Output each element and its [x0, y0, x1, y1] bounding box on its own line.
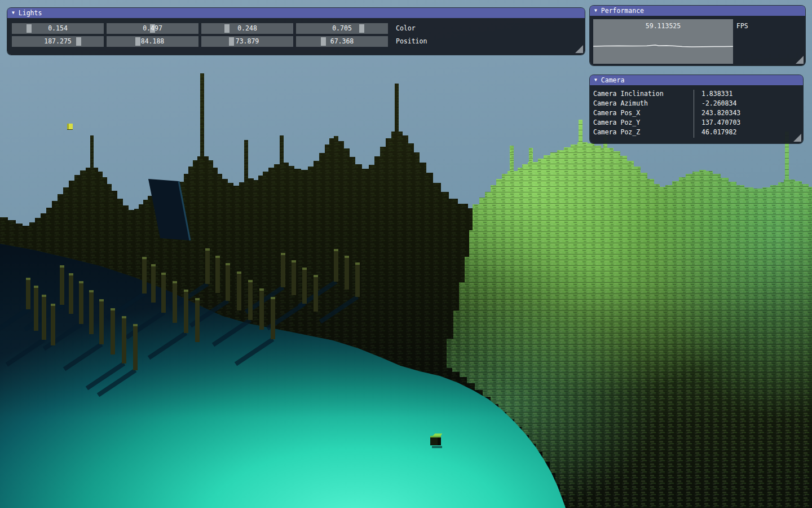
camera-titlebar[interactable]: ▼ Camera — [590, 75, 803, 85]
light-color-slider-a[interactable]: 0.705 — [296, 23, 388, 34]
performance-panel: ▼ Performance 59.113525 FPS — [590, 6, 805, 65]
resize-handle[interactable] — [793, 134, 801, 142]
camera-row-pos-x: Camera Pos_X 243.820343 — [593, 108, 798, 117]
camera-title: Camera — [601, 75, 625, 85]
slider-value: 0.705 — [296, 23, 388, 34]
light-color-slider-g[interactable]: 0.497 — [107, 23, 198, 34]
color-slider-row: 0.154 0.497 0.248 0.705 Color — [12, 23, 427, 34]
fps-value: 59.113525 — [593, 22, 733, 30]
fps-graph[interactable]: 59.113525 — [593, 19, 733, 64]
camera-row-value: 137.470703 — [694, 119, 740, 126]
camera-row-label: Camera Poz_Z — [593, 128, 694, 136]
camera-row-value: 1.838331 — [694, 90, 732, 98]
collapse-icon[interactable]: ▼ — [12, 8, 15, 18]
color-row-label: Color — [396, 23, 416, 34]
light-color-slider-r[interactable]: 0.154 — [12, 23, 104, 34]
camera-row-label: Camera Poz_Y — [593, 119, 694, 126]
performance-title: Performance — [601, 6, 644, 16]
lights-sliders: 0.154 0.497 0.248 0.705 Color — [12, 23, 427, 49]
fps-label: FPS — [736, 22, 748, 30]
camera-row-pos-y: Camera Poz_Y 137.470703 — [593, 117, 798, 127]
light-position-slider-z[interactable]: 73.879 — [201, 36, 293, 47]
light-color-slider-b[interactable]: 0.248 — [201, 23, 293, 34]
camera-row-azimuth: Camera Azimuth -2.260834 — [593, 98, 798, 108]
lights-title: Lights — [19, 8, 42, 18]
slider-value: 0.154 — [12, 23, 104, 34]
collapse-icon[interactable]: ▼ — [594, 75, 597, 85]
camera-row-pos-z: Camera Poz_Z 46.017982 — [593, 127, 798, 137]
resize-handle[interactable] — [796, 56, 804, 64]
position-row-label: Position — [396, 36, 427, 47]
slider-value: 187.275 — [12, 36, 104, 47]
light-gizmo-cube[interactable] — [67, 124, 73, 130]
camera-row-label: Camera Azimuth — [593, 99, 694, 107]
camera-row-value: 243.820343 — [694, 109, 740, 117]
lights-panel: ▼ Lights 0.154 0.497 0.248 0.7 — [7, 8, 585, 55]
slider-value: 0.248 — [201, 23, 293, 34]
light-position-slider-w[interactable]: 67.368 — [296, 36, 388, 47]
resize-handle[interactable] — [575, 45, 583, 53]
camera-rows: Camera Inclination 1.838331 Camera Azimu… — [593, 89, 798, 137]
voxel-renderer-app: ▼ Lights 0.154 0.497 0.248 0.7 — [0, 0, 812, 508]
performance-titlebar[interactable]: ▼ Performance — [590, 6, 805, 16]
camera-panel: ▼ Camera Camera Inclination 1.838331 Cam… — [590, 75, 803, 143]
camera-row-value: 46.017982 — [694, 128, 736, 136]
camera-divider — [694, 90, 694, 138]
light-position-slider-x[interactable]: 187.275 — [12, 36, 104, 47]
slider-value: 67.368 — [296, 36, 388, 47]
lights-titlebar[interactable]: ▼ Lights — [7, 8, 585, 18]
slider-value: 84.188 — [107, 36, 198, 47]
camera-row-inclination: Camera Inclination 1.838331 — [593, 89, 798, 98]
light-position-slider-y[interactable]: 84.188 — [107, 36, 198, 47]
slider-value: 0.497 — [107, 23, 198, 34]
camera-row-label: Camera Pos_X — [593, 109, 694, 117]
camera-row-label: Camera Inclination — [593, 90, 694, 98]
position-slider-row: 187.275 84.188 73.879 67.368 Position — [12, 36, 427, 47]
camera-row-value: -2.260834 — [694, 99, 736, 107]
slider-value: 73.879 — [201, 36, 293, 47]
collapse-icon[interactable]: ▼ — [594, 6, 597, 16]
